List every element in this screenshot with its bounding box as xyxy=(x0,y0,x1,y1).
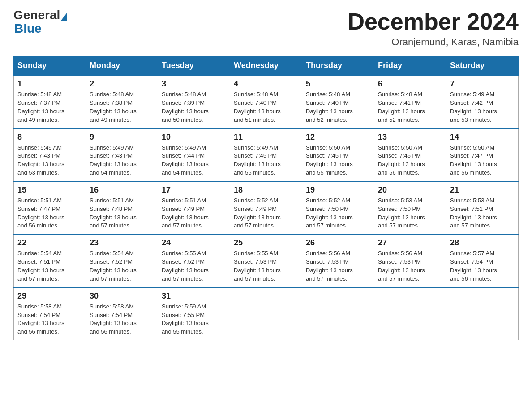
day-number: 21 xyxy=(450,185,515,195)
calendar-day-6: 6Sunrise: 5:48 AMSunset: 7:41 PMDaylight… xyxy=(374,75,446,128)
day-info: Sunrise: 5:48 AMSunset: 7:39 PMDaylight:… xyxy=(162,90,226,124)
day-info: Sunrise: 5:53 AMSunset: 7:51 PMDaylight:… xyxy=(450,197,515,230)
day-number: 19 xyxy=(306,185,370,195)
calendar-header-row: SundayMondayTuesdayWednesdayThursdayFrid… xyxy=(14,56,519,76)
day-number: 2 xyxy=(90,79,154,89)
logo: General Blue xyxy=(13,9,68,35)
day-number: 5 xyxy=(306,79,370,89)
header-friday: Friday xyxy=(374,56,446,76)
calendar-table: SundayMondayTuesdayWednesdayThursdayFrid… xyxy=(13,56,519,340)
calendar-day-2: 2Sunrise: 5:48 AMSunset: 7:38 PMDaylight… xyxy=(86,75,158,128)
day-number: 1 xyxy=(17,79,82,89)
day-info: Sunrise: 5:48 AMSunset: 7:37 PMDaylight:… xyxy=(17,90,82,124)
calendar-day-28: 28Sunrise: 5:57 AMSunset: 7:54 PMDayligh… xyxy=(446,234,519,287)
day-number: 16 xyxy=(90,185,154,195)
day-number: 26 xyxy=(306,238,370,248)
page-header: General Blue December 2024 Oranjemund, K… xyxy=(13,9,519,48)
day-info: Sunrise: 5:50 AMSunset: 7:46 PMDaylight:… xyxy=(378,144,442,177)
day-info: Sunrise: 5:55 AMSunset: 7:52 PMDaylight:… xyxy=(162,249,226,283)
title-block: December 2024 Oranjemund, Karas, Namibia xyxy=(348,9,519,48)
day-info: Sunrise: 5:49 AMSunset: 7:45 PMDaylight:… xyxy=(234,144,298,177)
calendar-day-29: 29Sunrise: 5:58 AMSunset: 7:54 PMDayligh… xyxy=(14,287,86,340)
day-info: Sunrise: 5:53 AMSunset: 7:50 PMDaylight:… xyxy=(378,197,442,230)
day-number: 10 xyxy=(162,133,226,142)
calendar-day-11: 11Sunrise: 5:49 AMSunset: 7:45 PMDayligh… xyxy=(230,128,302,181)
calendar-day-14: 14Sunrise: 5:50 AMSunset: 7:47 PMDayligh… xyxy=(446,128,519,181)
calendar-day-empty xyxy=(446,287,519,340)
calendar-day-24: 24Sunrise: 5:55 AMSunset: 7:52 PMDayligh… xyxy=(158,234,230,287)
calendar-day-22: 22Sunrise: 5:54 AMSunset: 7:51 PMDayligh… xyxy=(14,234,86,287)
header-monday: Monday xyxy=(86,56,158,76)
day-number: 8 xyxy=(17,133,82,142)
day-number: 30 xyxy=(90,291,154,301)
calendar-day-3: 3Sunrise: 5:48 AMSunset: 7:39 PMDaylight… xyxy=(158,75,230,128)
day-info: Sunrise: 5:58 AMSunset: 7:54 PMDaylight:… xyxy=(17,303,82,336)
day-number: 22 xyxy=(17,238,82,248)
day-info: Sunrise: 5:48 AMSunset: 7:40 PMDaylight:… xyxy=(234,90,298,124)
day-info: Sunrise: 5:52 AMSunset: 7:49 PMDaylight:… xyxy=(234,197,298,230)
calendar-day-empty xyxy=(302,287,374,340)
day-info: Sunrise: 5:55 AMSunset: 7:53 PMDaylight:… xyxy=(234,249,298,283)
calendar-week-row: 15Sunrise: 5:51 AMSunset: 7:47 PMDayligh… xyxy=(14,181,519,234)
calendar-day-25: 25Sunrise: 5:55 AMSunset: 7:53 PMDayligh… xyxy=(230,234,302,287)
day-info: Sunrise: 5:48 AMSunset: 7:38 PMDaylight:… xyxy=(90,90,154,124)
day-info: Sunrise: 5:59 AMSunset: 7:55 PMDaylight:… xyxy=(162,303,226,336)
day-number: 18 xyxy=(234,185,298,195)
day-number: 11 xyxy=(234,133,298,142)
location-subtitle: Oranjemund, Karas, Namibia xyxy=(348,36,519,48)
day-info: Sunrise: 5:51 AMSunset: 7:48 PMDaylight:… xyxy=(90,197,154,230)
header-sunday: Sunday xyxy=(14,56,86,76)
header-saturday: Saturday xyxy=(446,56,519,76)
day-info: Sunrise: 5:51 AMSunset: 7:49 PMDaylight:… xyxy=(162,197,226,230)
day-info: Sunrise: 5:57 AMSunset: 7:54 PMDaylight:… xyxy=(450,249,515,283)
calendar-day-4: 4Sunrise: 5:48 AMSunset: 7:40 PMDaylight… xyxy=(230,75,302,128)
day-number: 20 xyxy=(378,185,442,195)
day-number: 23 xyxy=(90,238,154,248)
day-info: Sunrise: 5:48 AMSunset: 7:41 PMDaylight:… xyxy=(378,90,442,124)
day-info: Sunrise: 5:49 AMSunset: 7:43 PMDaylight:… xyxy=(17,144,82,177)
day-info: Sunrise: 5:54 AMSunset: 7:51 PMDaylight:… xyxy=(17,249,82,283)
day-number: 15 xyxy=(17,185,82,195)
logo-triangle-icon xyxy=(61,13,67,21)
header-wednesday: Wednesday xyxy=(230,56,302,76)
calendar-day-16: 16Sunrise: 5:51 AMSunset: 7:48 PMDayligh… xyxy=(86,181,158,234)
day-number: 12 xyxy=(306,133,370,142)
day-info: Sunrise: 5:52 AMSunset: 7:50 PMDaylight:… xyxy=(306,197,370,230)
calendar-day-20: 20Sunrise: 5:53 AMSunset: 7:50 PMDayligh… xyxy=(374,181,446,234)
logo-blue-text: Blue xyxy=(13,22,42,35)
day-info: Sunrise: 5:51 AMSunset: 7:47 PMDaylight:… xyxy=(17,197,82,230)
day-info: Sunrise: 5:54 AMSunset: 7:52 PMDaylight:… xyxy=(90,249,154,283)
day-number: 6 xyxy=(378,79,442,89)
day-number: 7 xyxy=(450,79,515,89)
calendar-day-17: 17Sunrise: 5:51 AMSunset: 7:49 PMDayligh… xyxy=(158,181,230,234)
calendar-day-empty xyxy=(230,287,302,340)
day-number: 31 xyxy=(162,291,226,301)
day-number: 4 xyxy=(234,79,298,89)
calendar-day-23: 23Sunrise: 5:54 AMSunset: 7:52 PMDayligh… xyxy=(86,234,158,287)
day-number: 13 xyxy=(378,133,442,142)
calendar-week-row: 22Sunrise: 5:54 AMSunset: 7:51 PMDayligh… xyxy=(14,234,519,287)
day-info: Sunrise: 5:48 AMSunset: 7:40 PMDaylight:… xyxy=(306,90,370,124)
day-number: 24 xyxy=(162,238,226,248)
calendar-day-21: 21Sunrise: 5:53 AMSunset: 7:51 PMDayligh… xyxy=(446,181,519,234)
day-info: Sunrise: 5:49 AMSunset: 7:43 PMDaylight:… xyxy=(90,144,154,177)
day-number: 9 xyxy=(90,133,154,142)
calendar-day-empty xyxy=(374,287,446,340)
header-tuesday: Tuesday xyxy=(158,56,230,76)
day-number: 27 xyxy=(378,238,442,248)
calendar-day-15: 15Sunrise: 5:51 AMSunset: 7:47 PMDayligh… xyxy=(14,181,86,234)
day-number: 28 xyxy=(450,238,515,248)
calendar-day-27: 27Sunrise: 5:56 AMSunset: 7:53 PMDayligh… xyxy=(374,234,446,287)
day-info: Sunrise: 5:56 AMSunset: 7:53 PMDaylight:… xyxy=(306,249,370,283)
calendar-day-30: 30Sunrise: 5:58 AMSunset: 7:54 PMDayligh… xyxy=(86,287,158,340)
calendar-day-19: 19Sunrise: 5:52 AMSunset: 7:50 PMDayligh… xyxy=(302,181,374,234)
day-number: 3 xyxy=(162,79,226,89)
calendar-day-31: 31Sunrise: 5:59 AMSunset: 7:55 PMDayligh… xyxy=(158,287,230,340)
day-info: Sunrise: 5:50 AMSunset: 7:47 PMDaylight:… xyxy=(450,144,515,177)
day-info: Sunrise: 5:49 AMSunset: 7:42 PMDaylight:… xyxy=(450,90,515,124)
calendar-day-26: 26Sunrise: 5:56 AMSunset: 7:53 PMDayligh… xyxy=(302,234,374,287)
calendar-day-10: 10Sunrise: 5:49 AMSunset: 7:44 PMDayligh… xyxy=(158,128,230,181)
day-number: 29 xyxy=(17,291,82,301)
day-info: Sunrise: 5:49 AMSunset: 7:44 PMDaylight:… xyxy=(162,144,226,177)
header-thursday: Thursday xyxy=(302,56,374,76)
